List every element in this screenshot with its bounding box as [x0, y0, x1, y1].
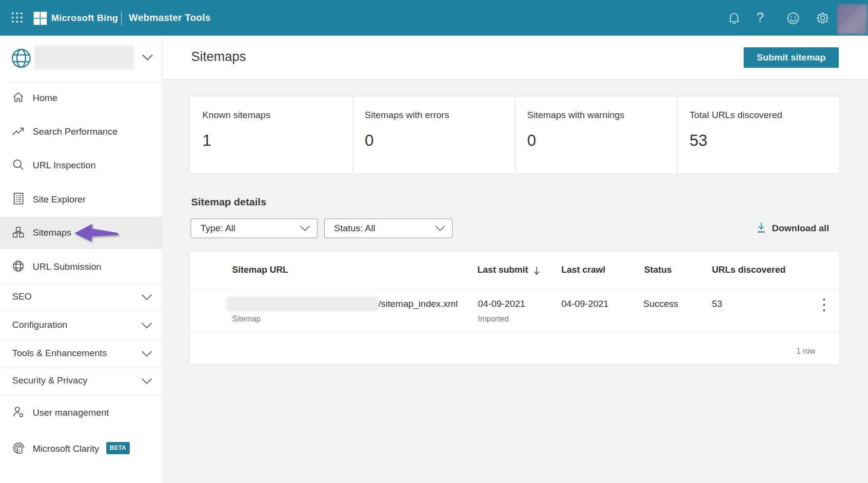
- svg-text:1.: 1.: [19, 449, 21, 452]
